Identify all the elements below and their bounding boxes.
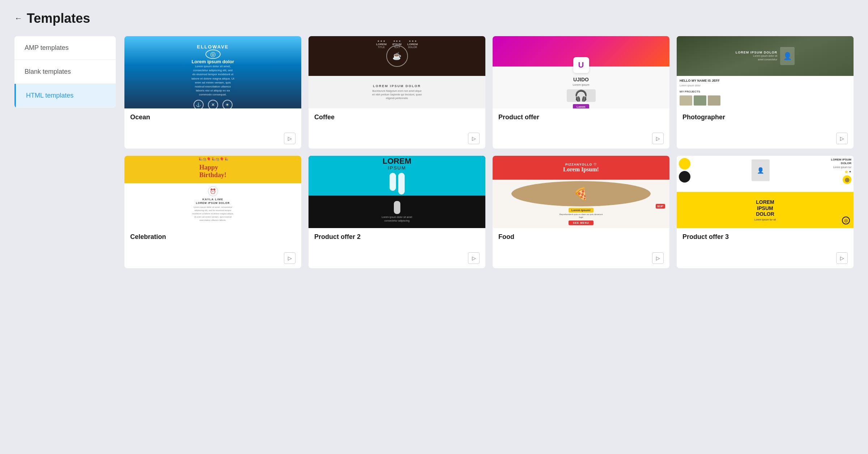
template-name-product-offer-2: Product offer 2 [314, 233, 480, 241]
template-thumb-product-offer-2: LOREM IPSUM Lorem ipsum dolor sit amet c… [309, 156, 485, 228]
template-name-food: Food [498, 233, 664, 241]
use-photographer-button[interactable]: ▷ [836, 133, 848, 144]
template-card-celebration[interactable]: 🎉🎊🎈🎉🎊🎈🎉 HappyBirthday! ⏰ KAYLA LIME LORE… [124, 156, 301, 268]
template-thumb-coffee: ☕ ★ ★ ★ LOREM TITLE ★ ★ ★ IPSUM TEXT [309, 36, 485, 108]
template-info-photographer: Photographer [677, 108, 854, 133]
page-header: ← Templates [14, 11, 854, 26]
template-action-coffee: ▷ [309, 133, 485, 149]
template-card-product-offer[interactable]: U UJIDO Lorem ipsum 🎧 Lorem Specificatio… [493, 36, 669, 149]
template-info-product-offer-2: Product offer 2 [309, 228, 485, 252]
template-name-ocean: Ocean [130, 113, 295, 121]
sidebar-item-html[interactable]: HTML templates [14, 84, 116, 108]
page-title: Templates [27, 11, 90, 26]
use-food-button[interactable]: ▷ [652, 252, 664, 264]
template-card-ocean[interactable]: ELLOWAVE ◎ Lorem ipsum dolor Lorem ipsum… [124, 36, 301, 149]
template-thumb-celebration: 🎉🎊🎈🎉🎊🎈🎉 HappyBirthday! ⏰ KAYLA LIME LORE… [124, 156, 301, 228]
template-info-food: Food [493, 228, 669, 252]
template-name-celebration: Celebration [130, 233, 295, 241]
use-coffee-button[interactable]: ▷ [468, 133, 480, 144]
templates-grid: ELLOWAVE ◎ Lorem ipsum dolor Lorem ipsum… [124, 36, 854, 268]
sidebar: AMP templates Blank templates HTML templ… [14, 36, 116, 108]
template-card-product-offer-2[interactable]: LOREM IPSUM Lorem ipsum dolor sit amet c… [309, 156, 485, 268]
sidebar-item-blank[interactable]: Blank templates [14, 60, 116, 84]
template-thumb-food: PIZZANYOLLO ♡ Lorem Ipsum! 🍕 Lorem Ipsum… [493, 156, 669, 228]
template-name-product-offer: Product offer [498, 113, 664, 121]
template-thumb-ocean: ELLOWAVE ◎ Lorem ipsum dolor Lorem ipsum… [124, 36, 301, 108]
template-card-photographer[interactable]: LOREM IPSUM DOLOR Lorem ipsum dolor sit … [677, 36, 854, 149]
template-action-food: ▷ [493, 252, 669, 268]
sidebar-item-amp[interactable]: AMP templates [14, 36, 116, 60]
back-button[interactable]: ← [14, 14, 22, 23]
template-thumb-product-offer: U UJIDO Lorem ipsum 🎧 Lorem Specificatio… [493, 36, 669, 108]
template-card-food[interactable]: PIZZANYOLLO ♡ Lorem Ipsum! 🍕 Lorem Ipsum… [493, 156, 669, 268]
template-action-celebration: ▷ [124, 252, 301, 268]
template-card-product-offer-3[interactable]: 👤 LOREM IPSUM DOLOR Lorem ipsum tur ⭐ ✦ … [677, 156, 854, 268]
template-action-product-offer: ▷ [493, 133, 669, 149]
template-name-coffee: Coffee [314, 113, 480, 121]
template-name-photographer: Photographer [682, 113, 848, 121]
template-info-celebration: Celebration [124, 228, 301, 252]
use-product-offer-2-button[interactable]: ▷ [468, 252, 480, 264]
use-product-offer-3-button[interactable]: ▷ [836, 252, 848, 264]
template-info-product-offer-3: Product offer 3 [677, 228, 854, 252]
template-thumb-product-offer-3: 👤 LOREM IPSUM DOLOR Lorem ipsum tur ⭐ ✦ … [677, 156, 854, 228]
template-action-product-offer-3: ▷ [677, 252, 854, 268]
template-card-coffee[interactable]: ☕ ★ ★ ★ LOREM TITLE ★ ★ ★ IPSUM TEXT [309, 36, 485, 149]
main-layout: AMP templates Blank templates HTML templ… [14, 36, 854, 268]
template-action-photographer: ▷ [677, 133, 854, 149]
template-info-product-offer: Product offer [493, 108, 669, 133]
use-ocean-button[interactable]: ▷ [284, 133, 295, 144]
use-celebration-button[interactable]: ▷ [284, 252, 295, 264]
template-action-ocean: ▷ [124, 133, 301, 149]
template-name-product-offer-3: Product offer 3 [682, 233, 848, 241]
template-thumb-photographer: LOREM IPSUM DOLOR Lorem ipsum dolor sit … [677, 36, 854, 108]
template-action-product-offer-2: ▷ [309, 252, 485, 268]
use-product-offer-button[interactable]: ▷ [652, 133, 664, 144]
template-info-coffee: Coffee [309, 108, 485, 133]
template-info-ocean: Ocean [124, 108, 301, 133]
